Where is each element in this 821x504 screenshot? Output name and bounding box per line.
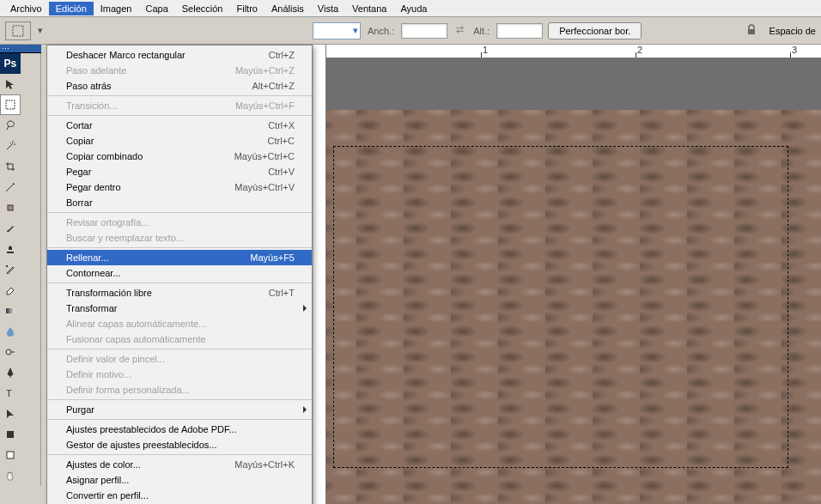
menu-item-label: Ajustes preestablecidos de Adobe PDF... xyxy=(66,424,295,434)
tool-preset-arrow-icon[interactable]: ▾ xyxy=(36,21,45,40)
menu-item-label: Definir motivo... xyxy=(66,369,295,380)
menu-item[interactable]: Deshacer Marco rectangularCtrl+Z xyxy=(47,47,312,63)
menu-filtro[interactable]: Filtro xyxy=(229,2,264,15)
menu-item[interactable]: Borrar xyxy=(47,195,312,210)
move-tool[interactable] xyxy=(0,74,21,94)
svg-rect-0 xyxy=(13,26,23,36)
menu-item-label: Convertir en perfil... xyxy=(66,490,295,501)
menu-ventana[interactable]: Ventana xyxy=(345,2,393,15)
menu-item-label: Copiar xyxy=(66,136,268,146)
menu-item[interactable]: Rellenar...Mayús+F5 xyxy=(47,250,312,265)
menu-item-shortcut: Mayús+Ctrl+K xyxy=(234,459,295,470)
eyedropper-tool[interactable] xyxy=(0,177,21,197)
submenu-arrow-icon xyxy=(303,305,307,312)
workspace-label: Espacio de xyxy=(769,26,816,36)
healing-brush-tool[interactable] xyxy=(0,197,21,218)
ruler-horizontal[interactable]: 1 2 3 xyxy=(326,45,821,58)
menu-item-label: Definir forma personalizada... xyxy=(66,385,295,395)
menu-capa[interactable]: Capa xyxy=(138,2,174,15)
menu-item[interactable]: PegarCtrl+V xyxy=(47,164,312,179)
menu-ayuda[interactable]: Ayuda xyxy=(393,2,434,15)
menu-item: Transición...Mayús+Ctrl+F xyxy=(47,98,312,113)
width-input[interactable] xyxy=(401,23,447,39)
menu-archivo[interactable]: Archivo xyxy=(3,2,49,15)
notes-tool[interactable] xyxy=(0,445,21,465)
svg-rect-7 xyxy=(7,431,14,438)
menu-item: Definir forma personalizada... xyxy=(47,382,312,398)
menu-item-label: Transformar xyxy=(66,303,295,313)
ruler-vertical[interactable] xyxy=(313,45,326,504)
menu-item: Definir valor de pincel... xyxy=(47,351,312,367)
type-tool[interactable]: T xyxy=(0,383,21,404)
swap-dims-icon[interactable]: ⇄ xyxy=(453,24,466,38)
menu-item-label: Cortar xyxy=(66,120,268,131)
menu-item[interactable]: Transformación libreCtrl+T xyxy=(47,285,312,301)
menu-item-shortcut: Ctrl+T xyxy=(269,288,295,298)
menu-item[interactable]: Ajustes de color...Mayús+Ctrl+K xyxy=(47,457,312,472)
eraser-tool[interactable] xyxy=(0,280,21,301)
dodge-tool[interactable] xyxy=(0,342,21,362)
height-label: Alt.: xyxy=(471,26,491,36)
menu-item: Revisar ortografía... xyxy=(47,215,312,230)
menu-item-shortcut: Alt+Ctrl+Z xyxy=(252,81,295,91)
path-select-tool[interactable] xyxy=(0,404,21,424)
menu-item-label: Borrar xyxy=(66,197,295,208)
menu-item-shortcut: Mayús+Ctrl+Z xyxy=(235,65,295,76)
ruler-tick-label: 3 xyxy=(792,45,797,55)
hand-tool[interactable] xyxy=(0,465,21,486)
width-label: Anch.: xyxy=(366,26,396,36)
height-input[interactable] xyxy=(496,23,543,39)
style-select[interactable]: ▾ xyxy=(313,22,361,39)
ruler-tick-label: 1 xyxy=(483,45,488,55)
marquee-tool[interactable] xyxy=(0,94,21,115)
menu-item-label: Gestor de ajustes preestablecidos... xyxy=(66,440,295,450)
lasso-tool[interactable] xyxy=(0,115,21,136)
menu-item[interactable]: Purgar xyxy=(47,402,312,417)
menu-item-label: Fusionar capas automáticamente xyxy=(66,334,295,344)
menu-edicion[interactable]: Edición xyxy=(49,2,94,15)
shape-tool[interactable] xyxy=(0,424,21,445)
menu-seleccion[interactable]: Selección xyxy=(175,2,230,15)
active-tool-icon[interactable] xyxy=(5,21,31,40)
menu-item[interactable]: Gestor de ajustes preestablecidos... xyxy=(47,437,312,452)
canvas[interactable] xyxy=(326,110,821,504)
menu-item-label: Definir valor de pincel... xyxy=(66,354,295,364)
menu-item: Definir motivo... xyxy=(47,367,312,382)
menu-item[interactable]: Contornear... xyxy=(47,265,312,281)
palette-toggle[interactable] xyxy=(0,45,41,53)
menu-item[interactable]: Convertir en perfil... xyxy=(47,488,312,503)
menu-item-label: Paso atrás xyxy=(66,81,252,91)
blur-tool[interactable] xyxy=(0,321,21,342)
menu-item-shortcut: Mayús+Ctrl+F xyxy=(235,100,295,111)
menu-imagen[interactable]: Imagen xyxy=(94,2,139,15)
options-bar: ▾ ▾ Anch.: ⇄ Alt.: Perfeccionar bor. Esp… xyxy=(0,17,821,45)
menu-item[interactable]: Asignar perfil... xyxy=(47,472,312,488)
wand-tool[interactable] xyxy=(0,136,21,156)
menu-item-label: Transición... xyxy=(66,100,235,111)
menu-item-shortcut: Mayús+Ctrl+C xyxy=(234,151,295,161)
pen-tool[interactable] xyxy=(0,362,21,383)
menu-vista[interactable]: Vista xyxy=(311,2,345,15)
history-brush-tool[interactable] xyxy=(0,259,21,280)
marquee-selection[interactable] xyxy=(333,146,788,468)
menu-item[interactable]: Copiar combinadoMayús+Ctrl+C xyxy=(47,149,312,164)
refine-edge-button[interactable]: Perfeccionar bor. xyxy=(548,22,642,39)
stamp-tool[interactable] xyxy=(0,239,21,259)
tool-spacer xyxy=(21,94,40,115)
crop-tool[interactable] xyxy=(0,156,21,177)
menu-analisis[interactable]: Análisis xyxy=(265,2,311,15)
menu-item-label: Ajustes de color... xyxy=(66,459,234,470)
menu-item[interactable]: Pegar dentroMayús+Ctrl+V xyxy=(47,179,312,195)
menu-item[interactable]: Paso atrásAlt+Ctrl+Z xyxy=(47,78,312,94)
menu-item[interactable]: CopiarCtrl+C xyxy=(47,133,312,149)
gradient-tool[interactable] xyxy=(0,301,21,321)
menu-item[interactable]: Transformar xyxy=(47,301,312,316)
menu-item[interactable]: CortarCtrl+X xyxy=(47,118,312,133)
menu-item-label: Pegar xyxy=(66,167,268,177)
ps-logo-icon: Ps xyxy=(0,53,21,74)
brush-tool[interactable] xyxy=(0,218,21,239)
menu-item[interactable]: Ajustes preestablecidos de Adobe PDF... xyxy=(47,422,312,437)
menu-item-label: Buscar y reemplazar texto... xyxy=(66,233,295,243)
svg-rect-8 xyxy=(7,452,14,458)
tool-spacer xyxy=(21,74,41,94)
